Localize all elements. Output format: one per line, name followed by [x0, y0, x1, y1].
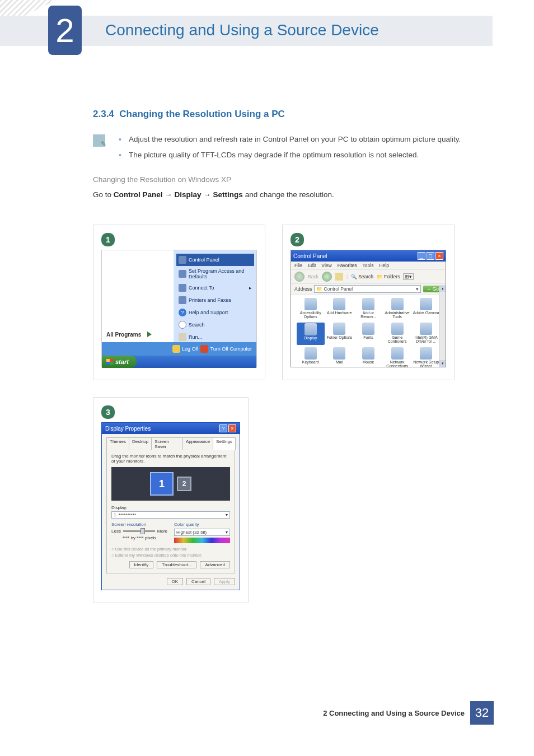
- cp-icon-item[interactable]: Mouse: [354, 347, 382, 370]
- search-button[interactable]: 🔍Search: [351, 274, 373, 279]
- cp-icon-item[interactable]: Folder Options: [326, 323, 354, 345]
- cp-icon-item[interactable]: Display: [297, 323, 325, 345]
- color-quality-select[interactable]: Highest (32 bit)▾: [174, 529, 230, 536]
- cp-icon-item[interactable]: Game Controllers: [383, 323, 411, 345]
- menu-item[interactable]: Run...: [176, 331, 254, 343]
- tab-appearance[interactable]: Appearance: [182, 437, 213, 450]
- cp-icon-item[interactable]: Add Hardware: [326, 298, 354, 320]
- menu-help[interactable]: Help: [379, 263, 388, 268]
- up-button[interactable]: [335, 273, 343, 281]
- slider-thumb[interactable]: [140, 528, 145, 534]
- monitor-1[interactable]: 1: [150, 472, 174, 496]
- cp-icon-item[interactable]: Accessibility Options: [297, 298, 325, 320]
- tab-themes[interactable]: Themes: [106, 437, 129, 450]
- color-quality-group: Color quality Highest (32 bit)▾: [174, 522, 230, 543]
- cp-icon-item[interactable]: Keyboard: [297, 347, 325, 370]
- menu-tools[interactable]: Tools: [363, 263, 374, 268]
- cp-icon-item[interactable]: Network Setup Wizard: [412, 347, 440, 370]
- all-programs[interactable]: All Programs: [106, 329, 152, 339]
- tab-desktop[interactable]: Desktop: [129, 437, 152, 450]
- menu-item-control-panel[interactable]: Control Panel: [176, 254, 254, 266]
- menu-edit[interactable]: Edit: [308, 263, 316, 268]
- menu-file[interactable]: File: [294, 263, 302, 268]
- cp-icon-item[interactable]: Add or Remov...: [354, 298, 382, 320]
- scrollbar[interactable]: ▴ ▾: [439, 285, 446, 367]
- cp-item-icon: [420, 347, 432, 360]
- resolution-label: Screen resolution: [111, 522, 167, 527]
- arrange-hint: Drag the monitor icons to match the phys…: [111, 454, 230, 464]
- log-off-button[interactable]: Log Off: [172, 345, 198, 353]
- address-input[interactable]: 📁 Control Panel▾: [314, 285, 421, 293]
- cp-item-label: Mail: [326, 360, 354, 364]
- step-badge: 3: [101, 405, 115, 419]
- cp-item-icon: [391, 298, 404, 310]
- monitor-arrange-area[interactable]: 1 2: [111, 467, 230, 501]
- resolution-color-row: Screen resolution Less More **** by ****…: [111, 522, 230, 543]
- run-icon: [179, 333, 186, 341]
- dropdown-icon: ▾: [226, 530, 228, 535]
- menu-item[interactable]: Search: [176, 319, 254, 331]
- cp-icon-item[interactable]: Fonts: [354, 323, 382, 345]
- close-button[interactable]: ×: [435, 252, 443, 260]
- cp-item-label: Adobe Gamma: [412, 311, 440, 315]
- identify-button[interactable]: Identify: [129, 561, 154, 568]
- menu-item[interactable]: Printers and Faxes: [176, 294, 254, 306]
- maximize-button[interactable]: □: [427, 252, 434, 260]
- turn-off-button[interactable]: Turn Off Computer: [200, 345, 252, 353]
- extend-desktop-check[interactable]: ○ Extend my Windows desktop onto this mo…: [111, 553, 230, 558]
- cp-icon-item[interactable]: Adobe Gamma: [412, 298, 440, 320]
- back-button[interactable]: [294, 272, 305, 282]
- display-value: 1. **********: [114, 512, 136, 517]
- scroll-up-button[interactable]: ▴: [439, 285, 446, 292]
- troubleshoot-button[interactable]: Troubleshoot...: [157, 561, 196, 568]
- resolution-slider-row: Less More: [111, 529, 167, 534]
- menu-favorites[interactable]: Favorites: [338, 263, 357, 268]
- cp-icon-item[interactable]: Intel(R) GMA Driver for ...: [412, 323, 440, 345]
- primary-monitor-check[interactable]: ○ Use this device as the primary monitor…: [111, 547, 230, 552]
- arrow-icon: [147, 332, 152, 337]
- menu-item[interactable]: ?Help and Support: [176, 306, 254, 319]
- display-select[interactable]: 1. **********▾: [111, 511, 230, 519]
- apply-button[interactable]: Apply: [214, 578, 235, 585]
- tab-screensaver[interactable]: Screen Saver: [151, 437, 183, 450]
- content-area: 2.3.4 Changing the Resolution Using a PC…: [93, 109, 496, 620]
- tab-settings[interactable]: Settings: [213, 437, 236, 450]
- resolution-slider[interactable]: [123, 530, 155, 532]
- start-menu: All Programs Control Panel Set Program A…: [101, 250, 257, 367]
- search-icon: [179, 321, 186, 329]
- advanced-button[interactable]: Advanced: [200, 561, 230, 568]
- views-button[interactable]: ⊞▾: [403, 273, 414, 280]
- menu-item[interactable]: Set Program Access and Defaults: [176, 266, 254, 282]
- dropdown-icon: ▾: [226, 512, 228, 517]
- address-value: Control Panel: [324, 286, 353, 292]
- windows-flag-icon: [106, 359, 113, 365]
- cp-icon-item[interactable]: Network Connections: [383, 347, 411, 370]
- menu-view[interactable]: View: [321, 263, 331, 268]
- help-button[interactable]: ?: [219, 424, 227, 432]
- menu-item[interactable]: Connect To▸: [176, 282, 254, 294]
- cp-icon-item[interactable]: Administrative Tools: [383, 298, 411, 320]
- cp-item-icon: [333, 298, 345, 310]
- cancel-button[interactable]: Cancel: [186, 578, 210, 585]
- page-number: 32: [470, 701, 494, 725]
- minimize-button[interactable]: _: [418, 252, 425, 260]
- ok-button[interactable]: OK: [167, 578, 184, 585]
- cp-icon-item[interactable]: Mail: [326, 347, 354, 370]
- forward-button[interactable]: [322, 272, 332, 282]
- folders-button[interactable]: 📁Folders: [377, 274, 400, 279]
- resolution-group: Screen resolution Less More **** by ****…: [111, 522, 167, 543]
- start-button[interactable]: start: [102, 356, 137, 368]
- scroll-down-button[interactable]: ▾: [439, 360, 446, 367]
- check-label: Use this device as the primary monitor.: [115, 547, 188, 552]
- page-footer: 2 Connecting and Using a Source Device 3…: [323, 701, 494, 725]
- window-titlebar[interactable]: Control Panel _ □ ×: [291, 250, 446, 262]
- monitor-checks: ○ Use this device as the primary monitor…: [111, 547, 230, 558]
- start-menu-right-pane: Control Panel Set Program Access and Def…: [174, 250, 256, 342]
- screenshot-1: 1 All Programs Control Panel Set Program…: [93, 225, 265, 380]
- window-titlebar[interactable]: Display Properties ? ×: [102, 423, 240, 434]
- close-button[interactable]: ×: [228, 424, 236, 432]
- cp-item-icon: [333, 347, 345, 360]
- logoff-icon: [172, 345, 180, 353]
- instr-p3: Settings: [213, 190, 243, 199]
- monitor-2[interactable]: 2: [177, 477, 191, 491]
